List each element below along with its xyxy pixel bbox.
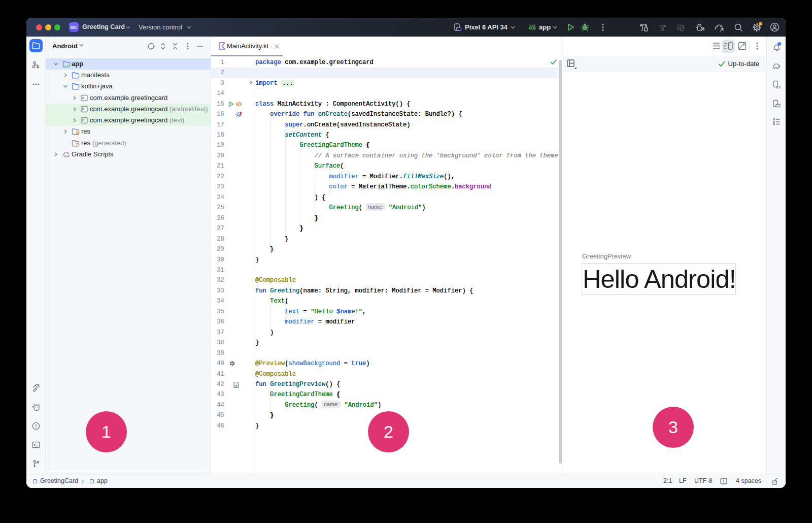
svg-text:A: A: [661, 26, 664, 32]
